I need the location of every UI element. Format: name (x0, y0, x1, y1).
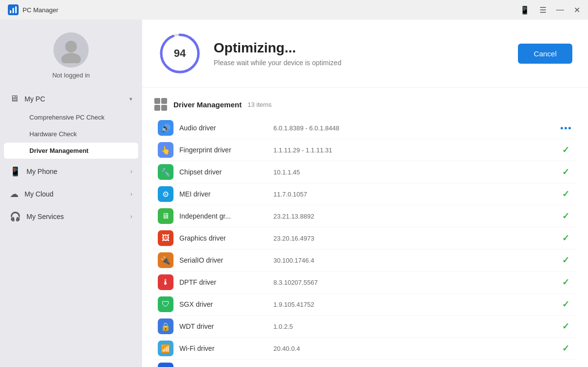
driver-name: Independent gr... (179, 212, 268, 220)
table-row: 🖼Graphics driver23.20.16.4973✓ (154, 227, 576, 249)
svg-rect-3 (15, 6, 17, 13)
driver-section-icon (154, 98, 168, 111)
check-icon: ✓ (562, 343, 569, 354)
table-row: 🔌SerialIO driver30.100.1746.4✓ (154, 249, 576, 271)
driver-icon: 🔒 (158, 318, 173, 334)
sidebar-item-mycloud[interactable]: ☁ My Cloud › (0, 184, 142, 204)
main-layout: Not logged in 🖥 My PC ▾ Comprehensive PC… (0, 20, 588, 367)
check-icon: ✓ (562, 299, 569, 310)
profile-login-status[interactable]: Not logged in (52, 72, 90, 79)
driver-version: 1.0.2.5 (273, 323, 553, 330)
table-row: 🔒WDT driver1.0.2.5✓ (154, 316, 576, 338)
driver-name: WDT driver (179, 322, 268, 330)
menu-icon[interactable]: ☰ (539, 5, 546, 15)
driver-status: ✓ (559, 167, 572, 177)
mypc-icon: 🖥 (10, 94, 19, 104)
minimize-icon[interactable]: — (556, 5, 564, 14)
sidebar-mycloud-label: My Cloud (24, 190, 53, 198)
sidebar-sub-driver[interactable]: Driver Management (4, 143, 138, 159)
driver-icon: 🔊 (158, 120, 173, 136)
progress-subtitle: Please wait while your device is optimiz… (214, 59, 506, 67)
sidebar-item-mypc[interactable]: 🖥 My PC ▾ (0, 89, 142, 109)
svg-rect-1 (10, 10, 11, 13)
driver-status: ✓ (559, 299, 572, 310)
svg-rect-11 (161, 105, 167, 111)
driver-list: 🔊Audio driver6.0.1.8389 - 6.0.1.8448 👆Fi… (154, 117, 576, 367)
app-title: PC Manager (23, 6, 58, 14)
sidebar-mypc-label: My PC (24, 95, 45, 103)
driver-list-container: Driver Management 13 items 🔊Audio driver… (142, 88, 588, 367)
driver-version: 11.7.0.1057 (273, 191, 553, 198)
title-bar-left: PC Manager (8, 4, 58, 15)
check-icon: ✓ (562, 145, 569, 155)
table-row: 🖥Independent gr...23.21.13.8892✓ (154, 205, 576, 227)
avatar-icon (58, 37, 84, 63)
driver-status: ✓ (559, 277, 572, 288)
check-icon: ✓ (562, 255, 569, 266)
svg-point-4 (65, 41, 77, 52)
check-icon: ✓ (562, 233, 569, 244)
table-row: ⚙MEI driver11.7.0.1057✓ (154, 183, 576, 205)
driver-name: Wi-Fi driver (179, 344, 268, 352)
driver-icon: 👆 (158, 142, 173, 158)
phone-icon[interactable]: 📱 (520, 5, 530, 15)
sidebar-myservices-label: My Services (26, 213, 64, 220)
driver-version: 1.9.105.41752 (273, 301, 553, 308)
driver-version: 6.0.1.8389 - 6.0.1.8448 (273, 124, 553, 132)
sidebar-section-mycloud: ☁ My Cloud › (0, 184, 142, 204)
progress-text: Optimizing... Please wait while your dev… (214, 40, 506, 67)
title-bar-controls: 📱 ☰ — ✕ (520, 5, 580, 15)
driver-name: SerialIO driver (179, 256, 268, 264)
sidebar-section-myphone: 📱 My Phone › (0, 161, 142, 182)
driver-icon: 🔧 (158, 164, 173, 180)
driver-name: Audio driver (179, 124, 268, 132)
myservices-chevron: › (130, 213, 132, 220)
driver-name: DPTF driver (179, 278, 268, 286)
table-row: 👆Fingerprint driver1.1.11.29 - 1.1.11.31… (154, 139, 576, 161)
driver-version: 1.1.11.29 - 1.1.11.31 (273, 147, 553, 154)
driver-status: ✓ (559, 145, 572, 155)
progress-number: 94 (174, 47, 186, 60)
svg-rect-9 (161, 98, 167, 104)
table-row: 📶Wi-Fi driver20.40.0.4✓ (154, 338, 576, 360)
sidebar-sub-comprehensive[interactable]: Comprehensive PC Check (4, 109, 138, 125)
driver-status: ✓ (559, 255, 572, 266)
check-icon: ✓ (562, 167, 569, 177)
driver-version: 23.20.16.4973 (273, 235, 553, 242)
driver-status: ✓ (559, 233, 572, 244)
sidebar-item-myphone[interactable]: 📱 My Phone › (0, 161, 142, 182)
close-icon[interactable]: ✕ (574, 5, 580, 15)
driver-status: ✓ (559, 211, 572, 221)
driver-icon: 📶 (158, 341, 173, 356)
cancel-button[interactable]: Cancel (518, 44, 572, 64)
section-count: 13 items (247, 101, 271, 108)
driver-icon: 🖼 (158, 230, 173, 246)
table-row: 🌡DPTF driver8.3.10207.5567✓ (154, 271, 576, 294)
avatar (53, 32, 89, 68)
driver-status: ✓ (559, 365, 572, 367)
svg-rect-10 (154, 105, 160, 111)
title-bar: PC Manager 📱 ☰ — ✕ (0, 0, 588, 20)
driver-icon: 🛡 (158, 296, 173, 312)
driver-icon: 🖥 (158, 208, 173, 224)
sidebar: Not logged in 🖥 My PC ▾ Comprehensive PC… (0, 20, 142, 367)
driver-status: ✓ (559, 189, 572, 199)
sidebar-myphone-label: My Phone (26, 168, 57, 175)
sidebar-item-myservices[interactable]: 🎧 My Services › (0, 206, 142, 227)
driver-version: 8.3.10207.5567 (273, 279, 553, 286)
table-row: 🔧Chipset driver10.1.1.45✓ (154, 161, 576, 183)
progress-circle: 94 (158, 31, 202, 75)
driver-name: Fingerprint driver (179, 146, 268, 154)
driver-name: SGX driver (179, 300, 268, 308)
mypc-chevron: ▾ (129, 96, 132, 102)
driver-icon: ⚙ (158, 186, 173, 202)
driver-icon: 🔵 (158, 363, 173, 367)
content-area: 94 Optimizing... Please wait while your … (142, 20, 588, 367)
mycloud-chevron: › (130, 191, 132, 197)
driver-icon: 🌡 (158, 274, 173, 290)
sidebar-sub-hardware[interactable]: Hardware Check (4, 126, 138, 142)
progress-header: 94 Optimizing... Please wait while your … (142, 20, 588, 88)
driver-version: 10.1.1.45 (273, 169, 553, 176)
check-icon: ✓ (562, 277, 569, 288)
myphone-chevron: › (130, 168, 132, 175)
